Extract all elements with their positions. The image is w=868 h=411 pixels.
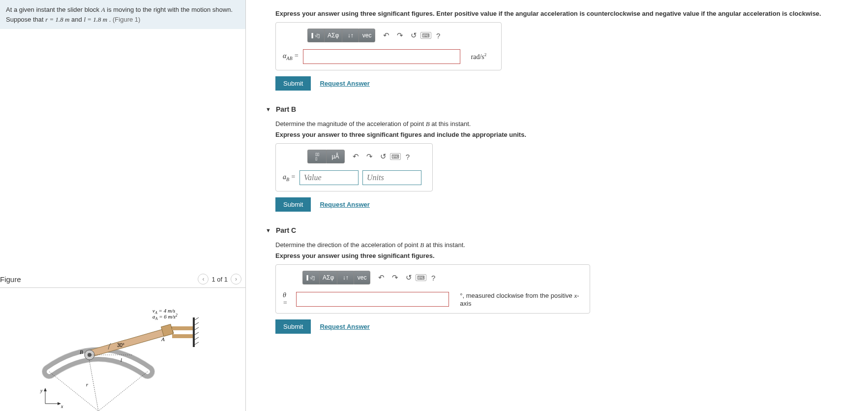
part-b-variable: aB = <box>283 173 296 182</box>
part-b-units-input[interactable] <box>362 170 421 185</box>
svg-line-9 <box>195 322 199 325</box>
vector-button[interactable]: vec <box>359 29 375 42</box>
svg-marker-19 <box>44 388 47 391</box>
keyboard-button[interactable]: ⌨ <box>390 153 401 160</box>
part-b-value-input[interactable] <box>299 170 359 185</box>
figure-page-indicator: 1 of 1 <box>211 276 228 283</box>
subscript-button[interactable]: ↓↑ <box>342 29 359 42</box>
part-c-input[interactable] <box>296 292 449 307</box>
units-button[interactable]: µÅ <box>326 150 345 163</box>
part-a-units: rad/s2 <box>471 52 487 61</box>
figure-next-button[interactable]: › <box>231 274 241 285</box>
part-c-variable: θ = <box>283 291 292 307</box>
svg-text:A: A <box>161 336 165 342</box>
part-c-submit-button[interactable]: Submit <box>275 319 311 334</box>
help-button[interactable]: ? <box>426 271 440 285</box>
part-a-submit-button[interactable]: Submit <box>275 76 311 91</box>
problem-statement: At a given instant the slider block A is… <box>0 0 245 29</box>
part-b-answer-box: ▯▯▯ µÅ ↶ ↷ ↺ ⌨ ? aB = <box>275 143 433 191</box>
svg-marker-20 <box>58 402 61 405</box>
part-b-prompt: Determine the magnitude of the accelerat… <box>275 120 858 128</box>
svg-line-1 <box>98 372 148 411</box>
part-a-answer-box: ▌√▯ ΑΣφ ↓↑ vec ↶ ↷ ↺ ⌨ ? αAB = rad/s2 <box>275 22 502 70</box>
part-a-variable: αAB = <box>283 52 299 61</box>
svg-text:30°: 30° <box>117 343 124 348</box>
svg-text:l: l <box>120 357 122 363</box>
svg-rect-3 <box>87 327 174 358</box>
svg-line-10 <box>195 327 199 330</box>
svg-line-12 <box>195 337 199 340</box>
figure-link[interactable]: (Figure 1) <box>113 16 140 23</box>
greek-button[interactable]: ΑΣφ <box>319 271 337 285</box>
subscript-button[interactable]: ↓↑ <box>337 271 354 285</box>
svg-line-0 <box>49 372 98 411</box>
redo-button[interactable]: ↷ <box>362 150 376 163</box>
undo-button[interactable]: ↶ <box>374 271 388 285</box>
template-button[interactable]: ▌√▯ <box>307 29 324 42</box>
undo-button[interactable]: ↶ <box>379 29 393 42</box>
svg-text:r: r <box>86 381 89 387</box>
part-c-instruction: Express your answer using three signific… <box>275 252 858 259</box>
part-b-instruction: Express your answer to three significant… <box>275 131 858 138</box>
undo-button[interactable]: ↶ <box>349 150 362 163</box>
svg-text:x: x <box>60 404 63 409</box>
reset-button[interactable]: ↺ <box>376 150 390 163</box>
part-b-title: Part B <box>276 105 296 113</box>
keyboard-button[interactable]: ⌨ <box>416 274 426 281</box>
help-button[interactable]: ? <box>431 29 445 42</box>
part-c-request-answer-link[interactable]: Request Answer <box>320 323 369 330</box>
part-a-instruction: Express your answer using three signific… <box>275 10 858 17</box>
svg-line-8 <box>195 317 199 320</box>
figure-prev-button[interactable]: ‹ <box>198 274 209 285</box>
reset-button[interactable]: ↺ <box>402 271 416 285</box>
part-c-suffix: °, measured clockwise from the positive … <box>460 292 583 307</box>
redo-button[interactable]: ↷ <box>388 271 402 285</box>
part-c-title: Part C <box>276 226 296 234</box>
part-a-input[interactable] <box>303 49 460 64</box>
svg-text:y: y <box>40 388 43 393</box>
part-b-toggle[interactable]: ▼ <box>266 106 271 112</box>
redo-button[interactable]: ↷ <box>393 29 407 42</box>
greek-button[interactable]: ΑΣφ <box>324 29 342 42</box>
template-button[interactable]: ▌√▯ <box>302 271 319 285</box>
part-c-answer-box: ▌√▯ ΑΣφ ↓↑ vec ↶ ↷ ↺ ⌨ ? θ = °, measured… <box>275 264 590 314</box>
part-c-toggle[interactable]: ▼ <box>266 227 271 233</box>
help-button[interactable]: ? <box>401 150 415 163</box>
keyboard-button[interactable]: ⌨ <box>420 32 431 39</box>
template-button[interactable]: ▯▯▯ <box>307 150 326 163</box>
figure-diagram: vA = 4 m/s aA = 6 m/s2 30° A B l r x y <box>34 298 211 411</box>
svg-line-13 <box>195 342 199 345</box>
svg-text:B: B <box>80 349 83 355</box>
part-c-prompt: Determine the direction of the accelerat… <box>275 241 858 249</box>
svg-line-2 <box>89 356 98 411</box>
svg-rect-7 <box>193 317 195 347</box>
part-a-request-answer-link[interactable]: Request Answer <box>320 80 369 87</box>
part-b-submit-button[interactable]: Submit <box>275 197 311 212</box>
vector-button[interactable]: vec <box>354 271 370 285</box>
svg-line-11 <box>195 332 199 335</box>
reset-button[interactable]: ↺ <box>407 29 420 42</box>
figure-title: Figure <box>0 275 21 284</box>
part-b-request-answer-link[interactable]: Request Answer <box>320 201 369 208</box>
